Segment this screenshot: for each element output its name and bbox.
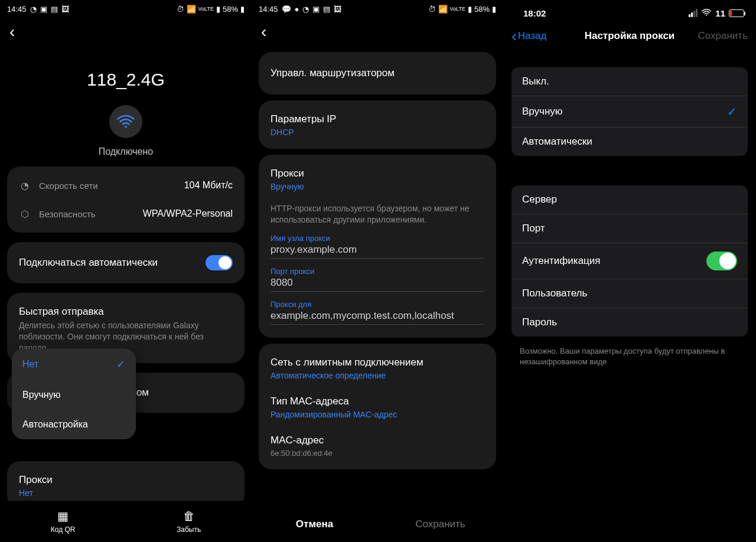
connection-status: Подключено: [0, 146, 252, 157]
proxy-option-manual[interactable]: Вручную: [12, 380, 136, 410]
network-name: 118_2.4G: [0, 70, 252, 90]
chevron-left-icon: ‹: [511, 28, 517, 44]
wifi-icon: [701, 8, 712, 18]
qr-icon: ▦: [57, 509, 69, 523]
speed-label: Скорость сети: [39, 181, 98, 191]
status-icon: 🖼: [334, 5, 341, 14]
metered-title[interactable]: Сеть с лимитным подключением: [259, 348, 496, 371]
status-icon: ◔: [30, 5, 37, 14]
save-button[interactable]: Сохранить: [377, 507, 503, 542]
proxy-option-none[interactable]: Нет ✓: [12, 348, 136, 380]
password-field[interactable]: Пароль: [511, 308, 748, 337]
security-value: WPA/WPA2-Personal: [143, 208, 233, 219]
back-button[interactable]: ‹: [252, 18, 276, 46]
status-battery: 58%: [223, 5, 238, 14]
metered-value: Автоматическое определение: [259, 371, 496, 387]
status-battery: 11: [715, 8, 725, 18]
proxy-port-input[interactable]: 8080: [271, 276, 484, 292]
status-icon: ▤: [323, 5, 330, 14]
proxy-bypass-input[interactable]: example.com,mycomp.test.com,localhost: [271, 309, 484, 325]
nav-bar: ‹ Назад Настройка прокси Сохранить: [503, 24, 756, 50]
save-button[interactable]: Сохранить: [698, 30, 748, 42]
advanced-card: Сеть с лимитным подключением Автоматичес…: [259, 344, 496, 469]
svg-point-0: [125, 126, 127, 128]
auto-connect-card: Подключаться автоматически: [7, 242, 245, 283]
proxy-port-label: Порт прокси: [259, 267, 496, 276]
security-label: Безопасность: [39, 209, 96, 219]
bottom-bar: ▦ Код QR 🗑 Забыть: [0, 501, 252, 542]
status-bar: 18:02 11: [503, 0, 756, 24]
ip-params-value: DHCP: [259, 128, 496, 144]
trash-icon: 🗑: [183, 510, 195, 523]
back-button[interactable]: ‹ Назад: [511, 28, 546, 44]
user-field[interactable]: Пользователь: [511, 279, 748, 308]
router-mgmt-label: Управл. маршрутизатором: [259, 57, 496, 90]
bottom-actions: Отмена Сохранить: [252, 507, 503, 542]
wifi-icon: [109, 105, 142, 138]
signal-icon: ▮: [468, 5, 472, 14]
mac-type-title[interactable]: Тип MAC-адреса: [259, 387, 496, 410]
proxy-option-auto[interactable]: Автонастройка: [12, 410, 136, 439]
ip-params-title: Параметры IP: [259, 105, 496, 128]
status-battery: 58%: [474, 5, 490, 14]
status-icon: ▤: [51, 5, 58, 14]
proxy-mode-group: Выкл. Вручную ✓ Автоматически: [511, 67, 748, 156]
network-info-card: ◔ Скорость сети 104 Мбит/с ⬡ Безопасност…: [7, 166, 245, 233]
page-title: Настройка прокси: [585, 30, 675, 42]
status-icon: ▣: [312, 5, 320, 14]
proxy-title: Прокси: [259, 159, 496, 182]
forget-button[interactable]: 🗑 Забыть: [177, 510, 201, 534]
proxy-note: HTTP-прокси используется браузером, но м…: [259, 198, 496, 234]
cancel-button[interactable]: Отмена: [252, 507, 377, 542]
status-icon: 🖼: [61, 5, 69, 14]
qr-code-button[interactable]: ▦ Код QR: [51, 509, 76, 534]
wifi-icon: 📶: [438, 5, 448, 14]
auto-connect-label: Подключаться автоматически: [19, 257, 158, 269]
alarm-icon: ⏱: [428, 5, 436, 14]
port-field[interactable]: Порт: [511, 214, 748, 243]
status-icon: 💬: [282, 5, 291, 14]
status-icon: ●: [295, 5, 299, 14]
proxy-mode-popup: Нет ✓ Вручную Автонастройка: [12, 348, 136, 439]
proxy-fields-group: Сервер Порт Аутентификация Пользователь …: [511, 185, 748, 337]
check-icon: ✓: [727, 105, 737, 119]
proxy-card: Прокси Вручную HTTP-прокси используется …: [259, 155, 496, 338]
server-field[interactable]: Сервер: [511, 185, 748, 214]
status-bar: 14:45 💬 ● ◔ ▣ ▤ 🖼 ⏱ 📶 VoLTE ▮ 58% ▮: [252, 0, 503, 18]
status-time: 14:45: [7, 5, 27, 14]
signal-icon: [689, 9, 698, 17]
back-button[interactable]: ‹: [0, 18, 24, 46]
ip-params-card[interactable]: Параметры IP DHCP: [259, 100, 496, 149]
proxy-host-input[interactable]: proxy.example.com: [271, 243, 484, 259]
auth-toggle[interactable]: [706, 252, 737, 270]
status-icon: ▣: [40, 5, 47, 14]
proxy-mode-auto[interactable]: Автоматически: [511, 128, 748, 156]
proxy-mode-off[interactable]: Выкл.: [511, 67, 748, 96]
shield-icon: ⬡: [19, 208, 31, 220]
screen-android-network-details: 14:45 ◔ ▣ ▤ 🖼 ⏱ 📶 VoLTE ▮ 58% ▮ ‹ 118_2.…: [0, 0, 252, 542]
mac-addr-value: 6e:50:bd:d6:ed:4e: [259, 449, 496, 465]
speed-icon: ◔: [19, 179, 31, 191]
auth-row: Аутентификация: [511, 243, 748, 279]
proxy-host-label: Имя узла прокси: [259, 234, 496, 243]
status-time: 18:02: [523, 8, 546, 18]
battery-icon: ▮: [492, 5, 496, 14]
battery-icon: [729, 9, 744, 17]
status-time: 14:45: [259, 5, 278, 14]
alarm-icon: ⏱: [177, 5, 184, 14]
auto-connect-toggle[interactable]: [206, 255, 233, 270]
proxy-mode-manual[interactable]: Вручную ✓: [511, 96, 748, 128]
router-mgmt-card[interactable]: Управл. маршрутизатором: [259, 52, 496, 94]
proxy-title: Прокси: [7, 466, 245, 488]
proxy-mode[interactable]: Вручную: [259, 182, 496, 198]
quick-share-title: Быстрая отправка: [7, 298, 245, 320]
speed-value: 104 Мбит/с: [184, 180, 233, 191]
mac-type-value: Рандомизированный MAC-адрес: [259, 410, 496, 426]
battery-icon: ▮: [240, 5, 245, 14]
check-icon: ✓: [116, 358, 125, 371]
wifi-icon: 📶: [187, 5, 196, 14]
status-bar: 14:45 ◔ ▣ ▤ 🖼 ⏱ 📶 VoLTE ▮ 58% ▮: [0, 0, 252, 18]
footer-note: Возможно, Ваши параметры доступа будут о…: [503, 342, 756, 371]
screen-android-proxy-settings: 14:45 💬 ● ◔ ▣ ▤ 🖼 ⏱ 📶 VoLTE ▮ 58% ▮ ‹ Уп…: [252, 0, 503, 542]
volte-icon: VoLTE: [450, 6, 465, 12]
